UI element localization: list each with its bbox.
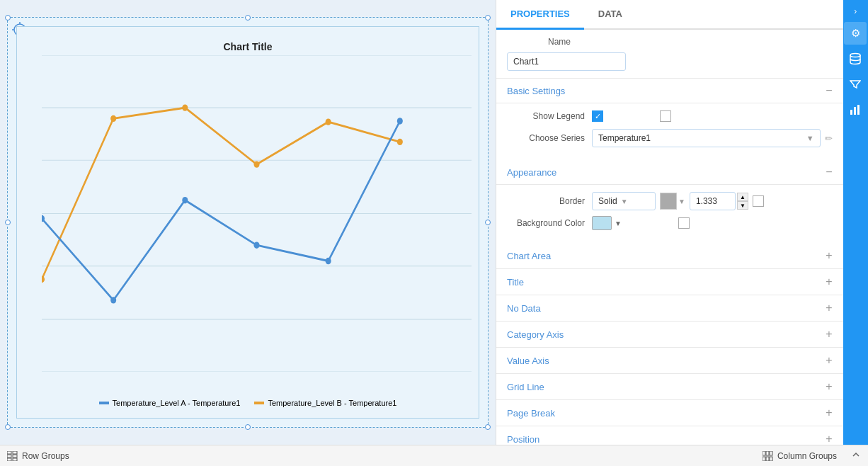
show-legend-checkbox[interactable]: ✓ [592,110,603,122]
show-legend-row: Show Legend ✓ [507,110,833,122]
properties-panel: PROPERTIES DATA Name Basic Settings − Sh… [496,0,843,445]
basic-settings-collapse[interactable]: − [826,84,832,97]
appearance-body: Border Solid ▼ ▼ ▲ ▼ [496,185,843,243]
expandable-plus-3[interactable]: + [826,328,832,341]
row-groups-item[interactable]: Row Groups [7,451,69,461]
resize-handle-tm[interactable] [245,15,251,21]
svg-point-23 [253,161,259,167]
basic-settings-body: Show Legend ✓ Choose Series Temperature1… [496,103,843,160]
expandable-section-grid-line[interactable]: Grid Line + [496,374,843,400]
border-style-arrow: ▼ [621,198,628,205]
tab-data[interactable]: DATA [584,0,636,30]
svg-point-29 [253,241,259,248]
svg-point-20 [42,276,45,283]
expandable-plus-1[interactable]: + [826,275,832,288]
border-style-select[interactable]: Solid ▼ [592,192,656,210]
expandable-section-category-axis[interactable]: Category Axis + [496,322,843,348]
svg-point-28 [182,197,188,203]
border-width-spinner: ▲ ▼ [737,193,748,210]
expandable-label-3: Category Axis [507,329,564,340]
svg-rect-52 [770,451,772,455]
expandable-label-5: Grid Line [507,382,544,392]
legend-blue-icon [99,399,109,407]
border-color-group: ▼ [660,193,685,210]
svg-rect-44 [7,451,11,454]
resize-handle-tr[interactable] [485,15,491,21]
svg-rect-49 [13,458,17,461]
spinner-down[interactable]: ▼ [737,201,748,210]
expandable-section-page-break[interactable]: Page Break + [496,400,843,426]
name-section: Name [496,30,843,79]
expandable-plus-0[interactable]: + [826,249,832,262]
border-width-input[interactable] [690,192,736,210]
legend-blue-label: Temperature_Level A - Temperature1 [113,399,241,407]
edit-series-icon[interactable]: ✏ [825,133,833,144]
expandable-section-chart-area[interactable]: Chart Area + [496,243,843,269]
svg-rect-55 [770,457,772,461]
expandable-plus-6[interactable]: + [826,407,832,419]
svg-point-27 [110,297,116,303]
bg-color-cb[interactable] [678,217,690,229]
bg-color-swatch[interactable] [592,216,612,230]
expandable-plus-2[interactable]: + [826,302,832,314]
bg-color-arrow[interactable]: ▼ [615,220,622,227]
expandable-plus-4[interactable]: + [826,354,832,367]
show-legend-extra-cb[interactable] [660,110,671,122]
resize-handle-tl[interactable] [5,15,11,21]
chart-canvas-area: Chart Title 0 20 40 60 80 [0,0,496,445]
toolbar-filter-icon[interactable] [844,73,867,96]
expandable-section-value-axis[interactable]: Value Axis + [496,348,843,374]
resize-handle-rm[interactable] [485,220,491,225]
resize-handle-lm[interactable] [5,220,11,225]
border-color-swatch[interactable] [660,193,677,210]
name-input[interactable] [507,52,626,71]
toolbar-database-icon[interactable] [844,47,867,70]
resize-handle-bm[interactable] [245,424,251,430]
border-color-arrow[interactable]: ▼ [678,198,685,205]
toolbar-chart-icon[interactable] [844,98,867,121]
svg-rect-42 [854,107,856,115]
expandable-plus-5[interactable]: + [826,380,832,393]
appearance-header: Appearance − [496,160,843,185]
panel-content: Name Basic Settings − Show Legend ✓ Choo… [496,30,843,445]
name-label: Name [507,37,578,47]
resize-handle-bl[interactable] [5,424,11,430]
expandable-label-7: Position [507,434,539,445]
legend-orange-icon [254,399,264,407]
choose-series-select[interactable]: Temperature1 ▼ [592,129,821,147]
column-groups-item[interactable]: Column Groups [763,451,837,461]
chart-frame[interactable]: Chart Title 0 20 40 60 80 [7,17,489,428]
border-cb[interactable] [753,195,764,207]
border-width-group: ▲ ▼ [690,192,748,210]
svg-rect-51 [766,451,769,455]
svg-rect-50 [763,451,765,455]
spinner-up[interactable]: ▲ [737,193,748,201]
svg-point-24 [326,118,331,125]
basic-settings-header: Basic Settings − [496,79,843,103]
resize-handle-br[interactable] [485,424,491,430]
name-field-row: Name [507,37,833,47]
svg-point-21 [110,115,116,122]
bottom-collapse[interactable] [851,450,861,462]
bottom-collapse-icon [851,450,861,460]
svg-point-40 [850,54,860,57]
svg-rect-54 [766,457,769,461]
tab-properties[interactable]: PROPERTIES [496,0,584,30]
choose-series-row: Choose Series Temperature1 ▼ ✏ [507,129,833,147]
toolbar-settings-icon[interactable]: ⚙ [844,22,867,45]
border-row: Border Solid ▼ ▼ ▲ ▼ [507,192,833,210]
svg-point-31 [397,118,403,124]
expandable-section-position[interactable]: Position + [496,426,843,445]
svg-rect-45 [7,455,11,458]
expandable-label-1: Title [507,277,524,288]
expandable-section-no-data[interactable]: No Data + [496,295,843,322]
appearance-collapse[interactable]: − [826,166,832,178]
expandable-section-title[interactable]: Title + [496,269,843,295]
sidebar-collapse-arrow[interactable]: › [851,4,860,19]
panel-tabs: PROPERTIES DATA [496,0,843,30]
expandable-plus-7[interactable]: + [826,433,832,445]
legend-item-blue: Temperature_Level A - Temperature1 [99,399,241,407]
side-toolbar: › ⚙ [843,0,868,445]
chart-legend: Temperature_Level A - Temperature1 Tempe… [17,399,479,407]
svg-rect-39 [254,402,264,404]
